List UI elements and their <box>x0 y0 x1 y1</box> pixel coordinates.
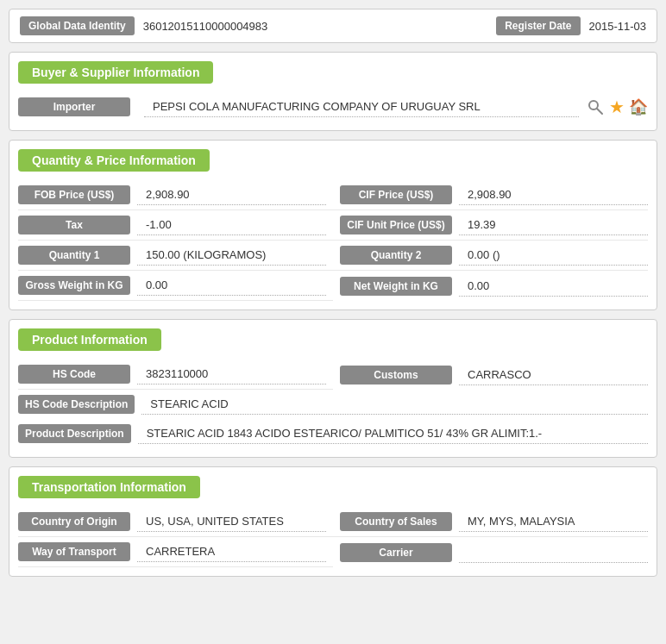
gross-weight-value: 0.00 <box>137 275 326 296</box>
customs-label: Customs <box>340 366 452 385</box>
cif-price-row: CIF Price (US$) 2,908.90 <box>333 180 648 210</box>
carrier-label: Carrier <box>340 543 452 562</box>
quantity-price-section: Quantity & Price Information FOB Price (… <box>9 140 657 310</box>
transportation-title: Transportation Information <box>18 476 200 498</box>
country-sales-row: Country of Sales MY, MYS, MALAYSIA <box>333 507 648 537</box>
cif-unit-price-label: CIF Unit Price (US$) <box>340 216 452 234</box>
cif-price-value: 2,908.90 <box>459 184 648 205</box>
tax-value: -1.00 <box>137 215 326 235</box>
country-origin-value: US, USA, UNITED STATES <box>137 511 326 532</box>
quantity1-value: 150.00 (KILOGRAMOS) <box>137 245 326 266</box>
way-transport-label: Way of Transport <box>18 542 130 561</box>
hs-desc-row: HS Code Description STEARIC ACID <box>9 390 657 419</box>
importer-value: PEPSI COLA MANUFACTURING COMPANY OF URUG… <box>144 97 579 117</box>
quantity2-label: Quantity 2 <box>340 246 452 265</box>
tax-row: Tax -1.00 <box>18 210 333 241</box>
quantity-price-grid: FOB Price (US$) 2,908.90 CIF Price (US$)… <box>9 180 657 301</box>
star-icon[interactable]: ★ <box>609 97 625 117</box>
global-data-identity-label: Global Data Identity <box>20 16 135 35</box>
product-title: Product Information <box>18 328 161 351</box>
customs-value: CARRASCO <box>459 365 648 385</box>
gross-weight-row: Gross Weight in KG 0.00 <box>18 271 333 301</box>
hs-code-label: HS Code <box>18 365 130 384</box>
gross-weight-label: Gross Weight in KG <box>18 276 130 295</box>
cif-unit-price-row: CIF Unit Price (US$) 19.39 <box>333 210 648 241</box>
importer-label: Importer <box>18 97 130 116</box>
buyer-supplier-title: Buyer & Supplier Information <box>18 61 213 84</box>
quantity2-row: Quantity 2 0.00 () <box>333 241 648 271</box>
identity-bar: Global Data Identity 3601201511000000498… <box>9 9 657 43</box>
fob-price-label: FOB Price (US$) <box>18 185 130 204</box>
hs-desc-label: HS Code Description <box>18 395 135 414</box>
quantity2-value: 0.00 () <box>459 245 648 266</box>
net-weight-label: Net Weight in KG <box>340 277 452 296</box>
customs-row: Customs CARRASCO <box>333 360 648 390</box>
net-weight-row: Net Weight in KG 0.00 <box>333 271 648 301</box>
transportation-section: Transportation Information Country of Or… <box>9 466 657 577</box>
transportation-grid: Country of Origin US, USA, UNITED STATES… <box>9 507 657 567</box>
net-weight-value: 0.00 <box>459 276 648 297</box>
hs-desc-item: HS Code Description STEARIC ACID <box>18 390 648 419</box>
buyer-icons: ★ 🏠 <box>586 97 648 117</box>
prod-desc-row: Product Description STEARIC ACID 1843 AC… <box>9 419 657 448</box>
global-data-identity-value: 36012015110000004983 <box>143 20 487 33</box>
buyer-supplier-section: Buyer & Supplier Information Importer PE… <box>9 52 657 131</box>
country-origin-row: Country of Origin US, USA, UNITED STATES <box>18 507 333 537</box>
product-section: Product Information HS Code 3823110000 C… <box>9 319 657 458</box>
prod-desc-value: STEARIC ACID 1843 ACIDO ESTEARICO/ PALMI… <box>138 423 648 444</box>
register-date-label: Register Date <box>496 16 580 35</box>
search-icon[interactable] <box>586 97 605 116</box>
carrier-value <box>459 542 648 563</box>
prod-desc-label: Product Description <box>18 424 131 443</box>
tax-label: Tax <box>18 216 130 234</box>
hs-desc-value: STEARIC ACID <box>141 394 648 415</box>
importer-row: Importer PEPSI COLA MANUFACTURING COMPAN… <box>9 92 657 122</box>
quantity-price-title: Quantity & Price Information <box>18 149 210 172</box>
svg-line-1 <box>597 109 602 114</box>
way-transport-row: Way of Transport CARRETERA <box>18 537 333 567</box>
quantity1-row: Quantity 1 150.00 (KILOGRAMOS) <box>18 241 333 271</box>
quantity1-label: Quantity 1 <box>18 246 130 265</box>
fob-price-row: FOB Price (US$) 2,908.90 <box>18 180 333 210</box>
cif-unit-price-value: 19.39 <box>459 215 648 235</box>
hs-code-row: HS Code 3823110000 <box>18 360 333 390</box>
country-sales-value: MY, MYS, MALAYSIA <box>459 511 648 532</box>
carrier-row: Carrier <box>333 537 648 567</box>
prod-desc-item: Product Description STEARIC ACID 1843 AC… <box>18 419 648 448</box>
product-top-grid: HS Code 3823110000 Customs CARRASCO <box>9 360 657 390</box>
page-wrapper: Global Data Identity 3601201511000000498… <box>9 9 657 577</box>
fob-price-value: 2,908.90 <box>137 184 326 205</box>
register-date-value: 2015-11-03 <box>589 20 647 33</box>
hs-code-value: 3823110000 <box>137 364 326 385</box>
cif-price-label: CIF Price (US$) <box>340 185 452 204</box>
country-sales-label: Country of Sales <box>340 512 452 531</box>
home-icon[interactable]: 🏠 <box>629 97 648 116</box>
way-transport-value: CARRETERA <box>137 541 326 562</box>
country-origin-label: Country of Origin <box>18 512 130 531</box>
